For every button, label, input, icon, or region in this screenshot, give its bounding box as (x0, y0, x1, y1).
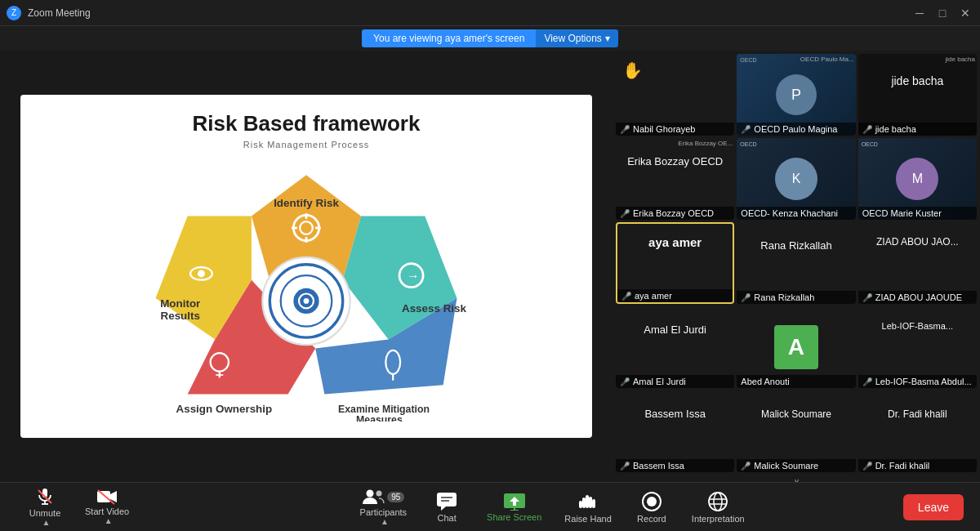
participant-display-name: Rana Rizkallah (737, 239, 855, 252)
svg-text:→: → (407, 269, 420, 283)
participants-count: 95 (387, 492, 404, 502)
participant-name: Bassem Issa (633, 461, 684, 471)
participant-display-name: ZIAD ABOU JAO... (858, 236, 977, 248)
participant-name: Amal El Jurdi (633, 377, 686, 386)
screen-share-banner: You are viewing aya amer's screen View O… (0, 26, 980, 51)
participant-name: Erika Bozzay OECD (633, 208, 714, 218)
tile-label: Erika Bozzay OE... (678, 140, 733, 147)
mute-icon: 🎤 (620, 462, 630, 471)
start-video-button[interactable]: Start Video ▲ (74, 489, 140, 525)
raise-hand-icon: ✋ (622, 60, 643, 80)
participant-name-bar: 🎤 OECD Paulo Magina (737, 123, 855, 136)
participant-name: Malick Soumare (754, 461, 818, 471)
participants-label: Participants (360, 507, 407, 517)
unmute-arrow: ▲ (42, 518, 51, 527)
participant-name-bar: 🎤 Bassem Issa (616, 459, 734, 472)
participant-name-bar: 🎤 Dr. Fadi khalil (858, 459, 977, 472)
participant-name-bar: 🎤 aya amer (617, 289, 733, 302)
participant-display-name: jide bacha (858, 74, 977, 87)
svg-text:Assign Ownership: Assign Ownership (176, 403, 273, 415)
minimize-button[interactable]: ─ (911, 7, 928, 20)
tile-label: jide bacha (946, 56, 975, 63)
scroll-indicator[interactable]: ˅ (616, 474, 977, 482)
svg-text:Measures: Measures (356, 414, 403, 422)
participant-tile: Erika Bozzay OECD 🎤 Erika Bozzay OECD Er… (616, 138, 734, 220)
chat-button[interactable]: Chat (418, 492, 475, 523)
participants-icon: 95 (362, 488, 404, 506)
view-options-arrow: ▾ (605, 33, 610, 44)
svg-marker-43 (441, 506, 446, 511)
participant-tile: Rana Rizkallah 🎤 Rana Rizkallah (737, 222, 855, 304)
participant-name-bar: 🎤 Malick Soumare (737, 459, 855, 472)
leave-button[interactable]: Leave (903, 494, 964, 520)
unmute-label: Unmute (29, 508, 61, 518)
raise-hand-button[interactable]: Raise Hand (553, 491, 622, 524)
participant-name-bar: 🎤 Leb-IOF-Basma Abdul... (858, 375, 977, 388)
participant-tile: A Abed Anouti (737, 306, 855, 388)
svg-rect-51 (586, 495, 589, 508)
svg-point-58 (714, 493, 722, 511)
oecd-watermark: OECD (740, 141, 756, 147)
share-screen-label: Share Screen (487, 512, 541, 522)
title-bar-left: Z Zoom Meeting (7, 6, 91, 20)
view-options-button[interactable]: View Options ▾ (536, 29, 617, 47)
globe-icon (707, 491, 728, 512)
microphone-icon (35, 487, 55, 506)
participant-name-bar: OECD- Kenza Khachani (737, 207, 855, 220)
slide-title: Risk Based framework (193, 111, 421, 136)
chat-icon (436, 492, 457, 511)
participant-name: ZIAD ABOU JAOUDE (875, 292, 962, 302)
record-button[interactable]: Record (623, 491, 680, 524)
mute-icon: 🎤 (741, 293, 751, 302)
mute-icon: 🎤 (741, 125, 751, 134)
svg-rect-50 (582, 498, 586, 508)
participant-display-name: Bassem Issa (616, 408, 734, 420)
participant-display-name: Dr. Fadi khalil (858, 408, 977, 420)
participant-name: Leb-IOF-Basma Abdul... (875, 377, 972, 386)
svg-text:Assess Risk: Assess Risk (402, 302, 467, 315)
svg-rect-54 (592, 499, 595, 508)
svg-text:Examine Mitigation: Examine Mitigation (338, 404, 430, 415)
participant-tile: K OECD OECD- Kenza Khachani (737, 138, 855, 220)
participant-name: jide bacha (875, 124, 916, 134)
presentation-area: Risk Based framework Risk Management Pro… (0, 51, 612, 482)
mute-icon: 🎤 (621, 292, 631, 301)
svg-point-56 (647, 497, 657, 506)
main-content: Risk Based framework Risk Management Pro… (0, 51, 980, 482)
participant-tile: Amal El Jurdi 🎤 Amal El Jurdi (616, 306, 734, 388)
participant-name: Dr. Fadi khalil (875, 461, 930, 471)
raise-hand-icon (579, 491, 597, 512)
mute-icon: 🎤 (620, 377, 630, 386)
participants-button[interactable]: 95 Participants ▲ (349, 488, 418, 526)
mute-icon: 🎤 (862, 125, 872, 134)
svg-rect-37 (97, 491, 110, 502)
participant-name-bar: 🎤 Nabil Ghorayeb (616, 123, 734, 136)
participant-tile-aya-amer: aya amer 🎤 aya amer (616, 222, 734, 304)
participant-name-bar: 🎤 Erika Bozzay OECD (616, 207, 734, 220)
svg-rect-53 (579, 501, 582, 508)
svg-text:Monitor: Monitor (160, 297, 201, 310)
participant-name: OECD- Kenza Khachani (741, 208, 838, 218)
participant-name: Rana Rizkallah (754, 292, 814, 302)
view-options-label: View Options (544, 33, 601, 44)
svg-text:Results: Results (161, 310, 200, 322)
raise-hand-label: Raise Hand (564, 514, 611, 524)
window-controls[interactable]: ─ □ ✕ (911, 7, 973, 20)
close-button[interactable]: ✕ (957, 7, 973, 20)
share-screen-button[interactable]: Share Screen (475, 493, 553, 522)
maximize-button[interactable]: □ (934, 7, 951, 20)
app-title: Zoom Meeting (28, 7, 91, 19)
participant-tile: ZIAD ABOU JAO... 🎤 ZIAD ABOU JAOUDE (858, 222, 977, 304)
start-video-label: Start Video (85, 506, 129, 516)
unmute-button[interactable]: Unmute ▲ (16, 487, 74, 527)
participants-arrow: ▲ (381, 517, 389, 526)
participant-display-name: Malick Soumare (737, 408, 855, 420)
svg-point-25 (198, 270, 205, 277)
mute-icon: 🎤 (620, 125, 630, 134)
diagram-svg: → Identify Risk Assess Risk Examine Miti… (37, 166, 576, 422)
participant-name-bar: 🎤 jide bacha (858, 123, 977, 136)
participant-name: OECD Paulo Magina (754, 124, 837, 134)
participant-tile: ✋ 🎤 Nabil Ghorayeb (616, 54, 734, 136)
mute-icon: 🎤 (741, 462, 751, 471)
interpretation-button[interactable]: Interpretation (680, 491, 756, 524)
